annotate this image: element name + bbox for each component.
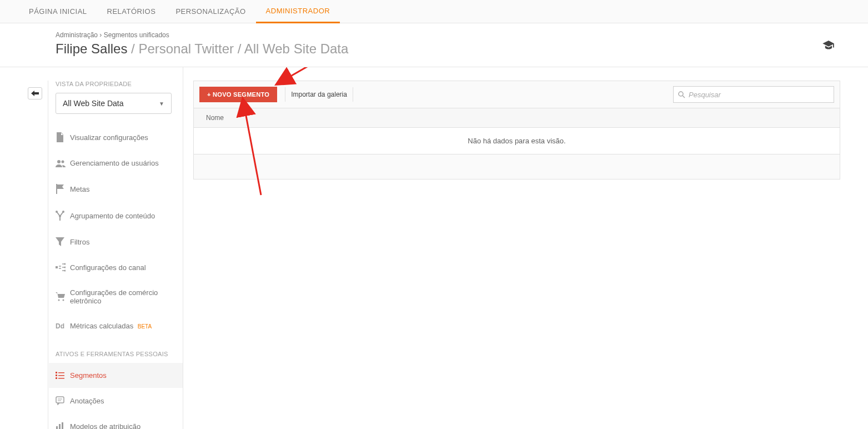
channel-icon — [56, 263, 70, 272]
svg-point-6 — [64, 263, 66, 265]
page-title: Filipe Salles / Personal Twitter / All W… — [56, 41, 812, 57]
svg-point-1 — [62, 160, 64, 163]
svg-rect-15 — [56, 377, 57, 379]
personal-section-label: ATIVOS E FERRAMENTAS PESSOAIS — [56, 351, 183, 357]
tab-home[interactable]: PÁGINA INICIAL — [19, 0, 97, 23]
dd-icon: Dd — [56, 322, 70, 330]
table-empty-message: Não há dados para esta visão. — [194, 128, 840, 154]
import-gallery-link[interactable]: Importar da galeria — [285, 87, 353, 102]
svg-rect-17 — [56, 397, 64, 403]
sidebar-item-label: Métricas calculadas BETA — [70, 322, 183, 330]
svg-rect-5 — [56, 266, 58, 268]
sidebar-item-label: Configurações do canal — [70, 263, 183, 272]
sidebar-item-attribution[interactable]: Modelos de atribuição — [56, 413, 183, 429]
sidebar-item-label: Segmentos — [70, 371, 183, 380]
svg-point-3 — [62, 211, 64, 213]
attribution-icon — [56, 422, 70, 429]
view-select-value: All Web Site Data — [63, 99, 123, 108]
panel-toolbar: + NOVO SEGMENTO Importar da galeria — [194, 81, 840, 108]
table-footer — [194, 154, 840, 179]
sidebar-item-content-grouping[interactable]: Agrupamento de conteúdo — [56, 202, 183, 229]
svg-rect-21 — [59, 424, 61, 429]
sidebar-item-filters[interactable]: Filtros — [56, 229, 183, 255]
annotations-icon — [56, 396, 70, 405]
chevron-down-icon: ▼ — [159, 101, 164, 107]
breadcrumb-root[interactable]: Administração — [56, 31, 98, 39]
svg-point-0 — [57, 160, 61, 163]
sidebar-item-segments[interactable]: Segmentos — [49, 363, 183, 388]
sidebar-item-label: Configurações de comércio eletrônico — [70, 288, 183, 305]
sidebar-item-annotations[interactable]: Anotações — [56, 388, 183, 413]
sidebar-item-label: Agrupamento de conteúdo — [70, 212, 183, 220]
cart-icon — [56, 292, 70, 301]
sidebar-item-view-settings[interactable]: Visualizar configurações — [56, 124, 183, 151]
svg-point-8 — [64, 270, 66, 272]
back-button[interactable] — [28, 87, 42, 99]
file-icon — [56, 132, 70, 142]
svg-point-4 — [59, 215, 61, 217]
view-section-label: VISTA DA PROPRIEDADE — [56, 81, 183, 87]
svg-rect-11 — [56, 372, 57, 373]
segments-icon — [56, 372, 70, 380]
sidebar-item-user-management[interactable]: Gerenciamento de usuários — [56, 151, 183, 176]
svg-point-10 — [63, 300, 64, 301]
search-input[interactable] — [689, 91, 829, 99]
filter-icon — [56, 237, 70, 246]
sidebar: VISTA DA PROPRIEDADE All Web Site Data ▼… — [0, 67, 183, 429]
graduation-cap-icon[interactable] — [822, 41, 835, 49]
sidebar-item-ecommerce-settings[interactable]: Configurações de comércio eletrônico — [56, 280, 183, 313]
svg-point-2 — [56, 211, 58, 213]
beta-badge: BETA — [138, 323, 152, 330]
sidebar-item-calculated-metrics[interactable]: Dd Métricas calculadas BETA — [56, 313, 183, 338]
svg-point-23 — [679, 92, 683, 96]
tab-admin[interactable]: ADMINISTRADOR — [256, 0, 340, 23]
sidebar-item-label: Filtros — [70, 238, 183, 246]
breadcrumb: Administração › Segmentos unificados — [56, 31, 812, 39]
new-segment-button[interactable]: + NOVO SEGMENTO — [199, 87, 277, 102]
svg-point-7 — [64, 267, 66, 268]
sidebar-item-label: Visualizar configurações — [70, 133, 183, 142]
sidebar-item-label: Anotações — [70, 397, 183, 405]
breadcrumb-current: Segmentos unificados — [104, 31, 169, 39]
tab-customization[interactable]: PERSONALIZAÇÃO — [165, 0, 255, 23]
tab-reports[interactable]: RELATÓRIOS — [97, 0, 166, 23]
page-header: Administração › Segmentos unificados Fil… — [0, 23, 868, 67]
segments-panel: + NOVO SEGMENTO Importar da galeria Nome… — [193, 81, 840, 179]
users-icon — [56, 159, 70, 167]
svg-rect-20 — [56, 426, 58, 429]
main: VISTA DA PROPRIEDADE All Web Site Data ▼… — [0, 67, 868, 429]
branch-icon — [56, 211, 70, 221]
sidebar-item-goals[interactable]: Metas — [56, 176, 183, 202]
sidebar-item-channel-settings[interactable]: Configurações do canal — [56, 255, 183, 280]
svg-line-25 — [289, 67, 362, 77]
sidebar-item-label: Modelos de atribuição — [70, 422, 183, 430]
view-select[interactable]: All Web Site Data ▼ — [56, 93, 172, 114]
search-box[interactable] — [673, 86, 834, 103]
content: + NOVO SEGMENTO Importar da galeria Nome… — [183, 67, 868, 429]
svg-rect-13 — [56, 375, 57, 376]
svg-point-9 — [58, 300, 60, 301]
sidebar-item-label: Metas — [70, 185, 183, 193]
svg-rect-16 — [58, 378, 64, 379]
svg-rect-12 — [58, 372, 64, 373]
property-path: / Personal Twitter / All Web Site Data — [127, 41, 348, 56]
flag-icon — [56, 184, 70, 194]
account-name: Filipe Salles — [56, 41, 127, 56]
svg-rect-22 — [62, 422, 63, 429]
sidebar-divider — [48, 81, 48, 429]
table-header-name[interactable]: Nome — [194, 108, 840, 128]
svg-rect-14 — [58, 375, 64, 376]
sidebar-item-label: Gerenciamento de usuários — [70, 159, 183, 167]
top-nav: PÁGINA INICIAL RELATÓRIOS PERSONALIZAÇÃO… — [0, 0, 868, 23]
svg-line-24 — [683, 96, 685, 98]
search-icon — [678, 91, 685, 98]
